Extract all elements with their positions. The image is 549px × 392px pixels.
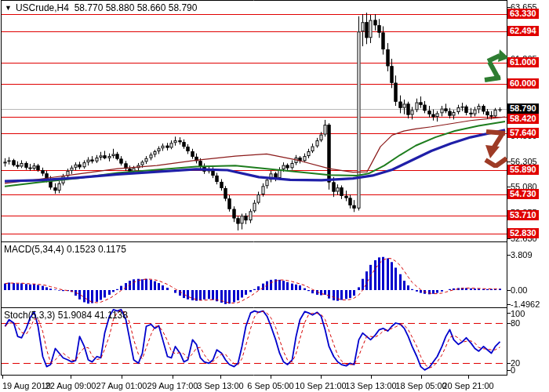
trading-chart-window: ▼USCrude,H4 58.770 58.880 58.660 58.790 … <box>0 0 549 392</box>
chart-plot-area[interactable] <box>0 0 549 392</box>
